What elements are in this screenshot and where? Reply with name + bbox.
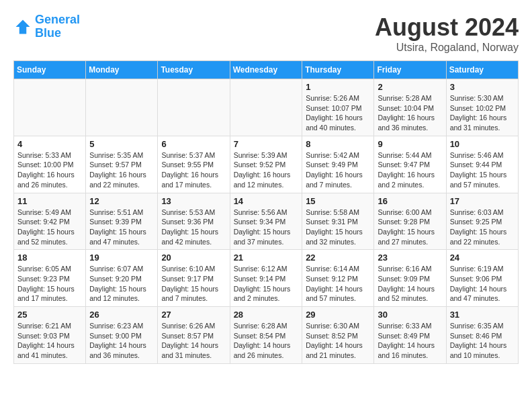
calendar-cell: 27Sunrise: 6:26 AM Sunset: 8:57 PM Dayli… — [158, 307, 230, 364]
calendar-cell: 23Sunrise: 6:16 AM Sunset: 9:09 PM Dayli… — [374, 250, 446, 307]
day-info: Sunrise: 6:00 AM Sunset: 9:28 PM Dayligh… — [378, 208, 442, 247]
day-number: 13 — [161, 196, 226, 206]
calendar-cell: 15Sunrise: 5:58 AM Sunset: 9:31 PM Dayli… — [302, 193, 374, 250]
day-info: Sunrise: 6:28 AM Sunset: 8:54 PM Dayligh… — [234, 321, 299, 361]
day-number: 3 — [450, 82, 515, 92]
day-number: 8 — [306, 139, 370, 149]
calendar-cell — [158, 79, 230, 136]
day-info: Sunrise: 5:58 AM Sunset: 9:31 PM Dayligh… — [306, 208, 370, 247]
main-title: August 2024 — [375, 13, 519, 42]
calendar-cell: 21Sunrise: 6:12 AM Sunset: 9:14 PM Dayli… — [230, 250, 302, 307]
calendar-cell: 26Sunrise: 6:23 AM Sunset: 9:00 PM Dayli… — [86, 307, 158, 364]
calendar-cell: 25Sunrise: 6:21 AM Sunset: 9:03 PM Dayli… — [14, 307, 86, 364]
column-header-sunday: Sunday — [14, 61, 86, 79]
calendar-cell: 8Sunrise: 5:42 AM Sunset: 9:49 PM Daylig… — [302, 136, 374, 193]
calendar-cell: 2Sunrise: 5:28 AM Sunset: 10:04 PM Dayli… — [374, 79, 446, 136]
day-number: 26 — [89, 310, 154, 320]
day-info: Sunrise: 6:03 AM Sunset: 9:25 PM Dayligh… — [450, 208, 515, 247]
day-number: 29 — [306, 310, 370, 320]
calendar-cell: 30Sunrise: 6:33 AM Sunset: 8:49 PM Dayli… — [374, 307, 446, 364]
calendar-cell: 20Sunrise: 6:10 AM Sunset: 9:17 PM Dayli… — [158, 250, 230, 307]
column-header-tuesday: Tuesday — [158, 61, 230, 79]
calendar-cell: 29Sunrise: 6:30 AM Sunset: 8:52 PM Dayli… — [302, 307, 374, 364]
day-number: 2 — [378, 82, 442, 92]
calendar-cell: 11Sunrise: 5:49 AM Sunset: 9:42 PM Dayli… — [14, 193, 86, 250]
week-row-3: 11Sunrise: 5:49 AM Sunset: 9:42 PM Dayli… — [14, 193, 519, 250]
column-header-saturday: Saturday — [446, 61, 518, 79]
day-number: 7 — [234, 139, 299, 149]
day-info: Sunrise: 6:30 AM Sunset: 8:52 PM Dayligh… — [306, 321, 370, 361]
day-number: 15 — [306, 196, 370, 206]
calendar-cell: 6Sunrise: 5:37 AM Sunset: 9:55 PM Daylig… — [158, 136, 230, 193]
day-number: 11 — [17, 196, 82, 206]
logo: General Blue — [13, 13, 80, 40]
day-info: Sunrise: 5:49 AM Sunset: 9:42 PM Dayligh… — [17, 208, 82, 247]
day-number: 19 — [89, 253, 154, 263]
day-number: 28 — [234, 310, 299, 320]
day-number: 1 — [306, 82, 370, 92]
calendar-cell — [86, 79, 158, 136]
day-number: 24 — [450, 253, 515, 263]
calendar-cell: 24Sunrise: 6:19 AM Sunset: 9:06 PM Dayli… — [446, 250, 518, 307]
day-number: 27 — [161, 310, 226, 320]
day-number: 12 — [89, 196, 154, 206]
day-number: 6 — [161, 139, 226, 149]
day-info: Sunrise: 6:35 AM Sunset: 8:46 PM Dayligh… — [450, 321, 515, 361]
calendar-cell: 9Sunrise: 5:44 AM Sunset: 9:47 PM Daylig… — [374, 136, 446, 193]
column-header-thursday: Thursday — [302, 61, 374, 79]
calendar-cell: 13Sunrise: 5:53 AM Sunset: 9:36 PM Dayli… — [158, 193, 230, 250]
day-info: Sunrise: 6:19 AM Sunset: 9:06 PM Dayligh… — [450, 264, 515, 304]
day-info: Sunrise: 6:10 AM Sunset: 9:17 PM Dayligh… — [161, 264, 226, 304]
day-number: 31 — [450, 310, 515, 320]
logo-line2: Blue — [35, 26, 61, 40]
calendar-cell: 16Sunrise: 6:00 AM Sunset: 9:28 PM Dayli… — [374, 193, 446, 250]
day-info: Sunrise: 6:33 AM Sunset: 8:49 PM Dayligh… — [378, 321, 442, 361]
column-header-wednesday: Wednesday — [230, 61, 302, 79]
calendar-cell: 3Sunrise: 5:30 AM Sunset: 10:02 PM Dayli… — [446, 79, 518, 136]
calendar-table: SundayMondayTuesdayWednesdayThursdayFrid… — [13, 60, 519, 364]
column-header-monday: Monday — [86, 61, 158, 79]
day-info: Sunrise: 5:53 AM Sunset: 9:36 PM Dayligh… — [161, 208, 226, 247]
calendar-cell: 12Sunrise: 5:51 AM Sunset: 9:39 PM Dayli… — [86, 193, 158, 250]
day-number: 22 — [306, 253, 370, 263]
day-info: Sunrise: 6:12 AM Sunset: 9:14 PM Dayligh… — [234, 264, 299, 304]
day-info: Sunrise: 6:26 AM Sunset: 8:57 PM Dayligh… — [161, 321, 226, 361]
logo-text: General Blue — [35, 13, 80, 40]
calendar-cell: 4Sunrise: 5:33 AM Sunset: 10:00 PM Dayli… — [14, 136, 86, 193]
day-number: 23 — [378, 253, 442, 263]
day-info: Sunrise: 5:30 AM Sunset: 10:02 PM Daylig… — [450, 93, 515, 133]
title-block: August 2024 Utsira, Rogaland, Norway — [375, 13, 519, 54]
svg-marker-0 — [16, 19, 30, 34]
day-number: 14 — [234, 196, 299, 206]
day-info: Sunrise: 6:07 AM Sunset: 9:20 PM Dayligh… — [89, 264, 154, 304]
day-number: 16 — [378, 196, 442, 206]
day-info: Sunrise: 5:33 AM Sunset: 10:00 PM Daylig… — [17, 150, 82, 190]
week-row-4: 18Sunrise: 6:05 AM Sunset: 9:23 PM Dayli… — [14, 250, 519, 307]
calendar-cell: 19Sunrise: 6:07 AM Sunset: 9:20 PM Dayli… — [86, 250, 158, 307]
day-number: 17 — [450, 196, 515, 206]
calendar-cell — [14, 79, 86, 136]
day-info: Sunrise: 5:39 AM Sunset: 9:52 PM Dayligh… — [234, 150, 299, 190]
calendar-cell: 22Sunrise: 6:14 AM Sunset: 9:12 PM Dayli… — [302, 250, 374, 307]
day-info: Sunrise: 5:44 AM Sunset: 9:47 PM Dayligh… — [378, 150, 442, 190]
column-header-friday: Friday — [374, 61, 446, 79]
day-info: Sunrise: 5:56 AM Sunset: 9:34 PM Dayligh… — [234, 208, 299, 247]
day-info: Sunrise: 5:26 AM Sunset: 10:07 PM Daylig… — [306, 93, 370, 133]
day-info: Sunrise: 5:28 AM Sunset: 10:04 PM Daylig… — [378, 93, 442, 133]
calendar-cell: 7Sunrise: 5:39 AM Sunset: 9:52 PM Daylig… — [230, 136, 302, 193]
day-info: Sunrise: 6:14 AM Sunset: 9:12 PM Dayligh… — [306, 264, 370, 304]
day-info: Sunrise: 6:05 AM Sunset: 9:23 PM Dayligh… — [17, 264, 82, 304]
calendar-cell: 18Sunrise: 6:05 AM Sunset: 9:23 PM Dayli… — [14, 250, 86, 307]
day-number: 30 — [378, 310, 442, 320]
day-info: Sunrise: 5:35 AM Sunset: 9:57 PM Dayligh… — [89, 150, 154, 190]
calendar-cell: 1Sunrise: 5:26 AM Sunset: 10:07 PM Dayli… — [302, 79, 374, 136]
day-number: 25 — [17, 310, 82, 320]
week-row-2: 4Sunrise: 5:33 AM Sunset: 10:00 PM Dayli… — [14, 136, 519, 193]
calendar-cell: 5Sunrise: 5:35 AM Sunset: 9:57 PM Daylig… — [86, 136, 158, 193]
logo-line1: General — [35, 13, 80, 26]
calendar-cell: 28Sunrise: 6:28 AM Sunset: 8:54 PM Dayli… — [230, 307, 302, 364]
subtitle: Utsira, Rogaland, Norway — [375, 42, 519, 54]
calendar-cell: 10Sunrise: 5:46 AM Sunset: 9:44 PM Dayli… — [446, 136, 518, 193]
day-info: Sunrise: 6:16 AM Sunset: 9:09 PM Dayligh… — [378, 264, 442, 304]
calendar-cell: 17Sunrise: 6:03 AM Sunset: 9:25 PM Dayli… — [446, 193, 518, 250]
